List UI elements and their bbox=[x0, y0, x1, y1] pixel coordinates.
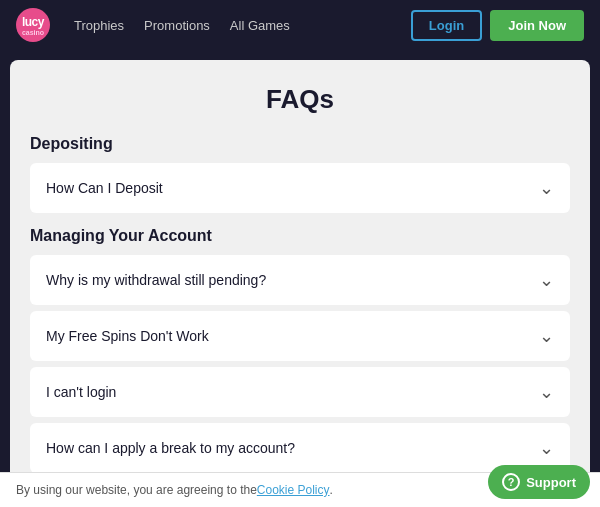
faq-label: Why is my withdrawal still pending? bbox=[46, 272, 266, 288]
logo-icon: lucy casino bbox=[16, 8, 50, 42]
support-icon: ? bbox=[502, 473, 520, 491]
cookie-text: By using our website, you are agreeing t… bbox=[16, 483, 257, 497]
nav-promotions[interactable]: Promotions bbox=[144, 18, 210, 33]
chevron-down-icon: ⌄ bbox=[539, 177, 554, 199]
support-button[interactable]: ? Support bbox=[488, 465, 590, 499]
main-content: FAQs Depositing How Can I Deposit ⌄ Mana… bbox=[10, 60, 590, 497]
login-button[interactable]: Login bbox=[411, 10, 482, 41]
navbar: lucy casino Trophies Promotions All Game… bbox=[0, 0, 600, 50]
nav-all-games[interactable]: All Games bbox=[230, 18, 290, 33]
chevron-down-icon: ⌄ bbox=[539, 381, 554, 403]
chevron-down-icon: ⌄ bbox=[539, 325, 554, 347]
faq-label: My Free Spins Don't Work bbox=[46, 328, 209, 344]
page-title: FAQs bbox=[30, 84, 570, 115]
faq-item[interactable]: How Can I Deposit ⌄ bbox=[30, 163, 570, 213]
support-label: Support bbox=[526, 475, 576, 490]
nav-trophies[interactable]: Trophies bbox=[74, 18, 124, 33]
nav-links: Trophies Promotions All Games bbox=[74, 18, 395, 33]
nav-actions: Login Join Now bbox=[411, 10, 584, 41]
faq-item[interactable]: My Free Spins Don't Work ⌄ bbox=[30, 311, 570, 361]
faq-item[interactable]: I can't login ⌄ bbox=[30, 367, 570, 417]
logo[interactable]: lucy casino bbox=[16, 8, 50, 42]
faq-item[interactable]: Why is my withdrawal still pending? ⌄ bbox=[30, 255, 570, 305]
section-heading-depositing: Depositing bbox=[30, 135, 570, 153]
chevron-down-icon: ⌄ bbox=[539, 437, 554, 459]
chevron-down-icon: ⌄ bbox=[539, 269, 554, 291]
section-managing: Managing Your Account Why is my withdraw… bbox=[30, 227, 570, 497]
faq-item[interactable]: How can I apply a break to my account? ⌄ bbox=[30, 423, 570, 473]
cookie-period: . bbox=[330, 483, 333, 497]
join-button[interactable]: Join Now bbox=[490, 10, 584, 41]
faq-label: How Can I Deposit bbox=[46, 180, 163, 196]
faq-label: I can't login bbox=[46, 384, 116, 400]
section-heading-managing: Managing Your Account bbox=[30, 227, 570, 245]
logo-sub: casino bbox=[22, 29, 44, 36]
faq-label: How can I apply a break to my account? bbox=[46, 440, 295, 456]
section-depositing: Depositing How Can I Deposit ⌄ bbox=[30, 135, 570, 213]
cookie-policy-link[interactable]: Cookie Policy bbox=[257, 483, 330, 497]
logo-text: lucy bbox=[22, 15, 44, 29]
